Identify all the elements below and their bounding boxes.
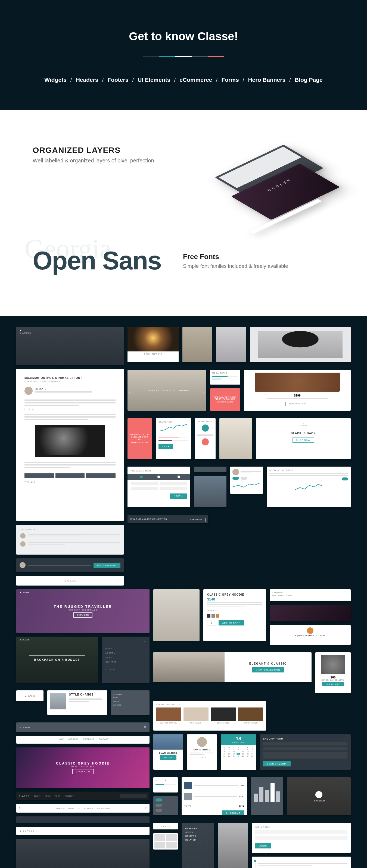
organized-heading: ORGANIZED LAYERS <box>33 146 154 155</box>
hero-section: Get to know Classe! Widgets/ Headers/ Fo… <box>0 0 367 110</box>
brand-label: ▲CLASSE <box>20 329 31 334</box>
timeline-card <box>252 857 351 868</box>
free-fonts-heading: Free Fonts <box>183 253 288 261</box>
city-photo <box>218 823 248 868</box>
bag-image <box>255 373 340 392</box>
shop-now-button[interactable]: SHOP NOW <box>292 437 314 443</box>
wide-photo-tile <box>16 839 149 868</box>
nav-forms[interactable]: Forms <box>221 76 239 83</box>
category-nav: Widgets/ Headers/ Footers/ UI Elements/ … <box>0 76 367 83</box>
join-bar: JOIN OUR MAILING COLLECTION SUBSCRIBE <box>128 515 208 523</box>
footer-bar-1: CLASSE ABOUT NEWS SHOP CONTACT <box>16 792 149 800</box>
gallery-section: ▲CLASSE MAXIMUM OUTPUT, MINIMAL EFFORT L… <box>0 316 367 868</box>
add-cart-button[interactable]: ADD TO CART <box>219 620 244 625</box>
profile-chart-card <box>230 467 263 494</box>
nav-ecommerce[interactable]: eCommerce <box>179 76 212 83</box>
author-name: AL DENTE <box>35 388 116 390</box>
account-settings-card: ACCOUNT SETTINGS <box>267 467 351 507</box>
photo-thumb <box>194 476 226 507</box>
hero-title: Get to know Classe! <box>0 30 367 43</box>
nav-headers[interactable]: Headers <box>76 76 98 83</box>
login-form: LOGIN FORM LOGIN <box>252 823 351 853</box>
free-fonts-sub: Simple font familes included & freely av… <box>183 263 288 269</box>
author-avatar <box>25 387 33 395</box>
sparkler-card: ORION NEW FIX <box>128 327 178 362</box>
side-nav-panel: ✕ HOMEABOUT ▸NEWSCONTACT f t ⊕ in <box>102 637 149 683</box>
toggle-stack <box>153 796 178 815</box>
hoodie-hero: CLASSIC GREY HOODIE RETAIL PRICE $80 SHO… <box>16 747 149 788</box>
nav-hero-banners[interactable]: Hero Banners <box>248 76 285 83</box>
cart-summary: $89 $140 TOTAL$229 CHECKOUT <box>181 777 247 815</box>
article-title: MAXIMUM OUTPUT, MINIMAL EFFORT <box>25 376 116 379</box>
nav-ui-elements[interactable]: UI Elements <box>138 76 170 83</box>
promo-card: GET 10% OFF YOUR FIRST PURCHASE USE CODE… <box>210 389 240 411</box>
portrait-card-1 <box>182 327 212 362</box>
dropdown-menu: OVERVIEWTEAMHISTORYCAREERS <box>111 690 149 715</box>
nav-blog-page[interactable]: Blog Page <box>295 76 323 83</box>
elegant-hero: ELEGANT & CLASSIC VIEW COLLECTION <box>153 652 312 682</box>
portrait-card-2 <box>216 327 246 362</box>
hedley-thumb <box>270 605 351 621</box>
add-comment-button[interactable]: ADD COMMENT <box>93 563 120 568</box>
comment-box-tile: ADD COMMENT <box>16 558 124 572</box>
opensans-word: Open Sans <box>33 246 161 275</box>
stats-card: STATISTICS VIEW ▸ <box>156 418 191 459</box>
stepper-card: −3+ <box>153 777 178 793</box>
header-bar-2: HOME ABOUT US PORTFOLIO CONTACT <box>16 736 149 744</box>
bag-product-card: $199 PURCHASE NOW <box>244 370 351 411</box>
bar-chart-card <box>251 777 283 815</box>
footer-bar-2 <box>16 816 149 823</box>
brand-bar-2: ▲ CLASSE <box>16 827 149 835</box>
enquiry-form: ENQUIRY FORM SEND ENQUIRY <box>260 734 351 770</box>
model-card <box>219 418 252 459</box>
fave-card: FAVOURITES <box>195 418 216 459</box>
accent-divider <box>143 56 224 57</box>
brand-bar-1: ▲ CLASSE <box>16 690 44 701</box>
progress-card: MEGA DEALS <box>210 370 240 384</box>
blog-footer-tile: ▲ CLASSE <box>16 576 124 586</box>
nav-widgets[interactable]: Widgets <box>44 76 66 83</box>
organized-sub: Well labelled & organized layers of pixe… <box>33 157 154 164</box>
city-overlay: OVERVIEWSPECSREVIEWSRELATED <box>181 823 214 868</box>
blog-hero-tile: ▲CLASSE <box>16 327 124 365</box>
cursor-card <box>194 467 226 472</box>
nav-footers[interactable]: Footers <box>107 76 128 83</box>
pumpkin-card: A QUESTION MARK IS A HOOK <box>270 625 351 645</box>
pagination: ‹123› <box>153 823 178 830</box>
hoodie-model <box>153 589 200 641</box>
product-detail: CLASSIC GREY HOODIE $140 ★★★★☆ 1 ADD TO … <box>203 589 266 641</box>
features-section: ORGANIZED LAYERS Well labelled & organiz… <box>0 110 367 316</box>
blog-article-tile: MAXIMUM OUTPUT, MINIMAL EFFORT LIFESTYLE… <box>16 369 124 521</box>
umbrella-hero: DISTRESS LETS HOLD HANDS ‹ › <box>128 370 206 411</box>
comments-tile: 2 COMMENTS <box>16 525 124 555</box>
article-image <box>35 425 105 457</box>
related-products: RELATED PRODUCTS LEATHER SATCHEL FUR COL… <box>153 701 266 731</box>
calendar-card: 18 AUGUST 2016 SMTWTFS 1234567 891011121… <box>221 734 256 770</box>
send-enquiry-button[interactable]: SEND ENQUIRY <box>263 761 291 767</box>
profile-card-2: EVA MENDES f t ⊕ in <box>187 734 217 770</box>
black-back-card: ▲CLASSE BLACK IS BACK SHOP NOW <box>256 418 351 459</box>
process-order-card: PROCESS ORDER NEXT ▸ <box>128 467 190 507</box>
profile-card-1: EVAN WATERS FOLLOW <box>153 734 183 770</box>
nav-small: ← All Products AboutPortfolioContact <box>270 589 351 601</box>
thumb-grid <box>153 833 178 849</box>
font-sample: Georgia Open Sans <box>33 246 161 275</box>
header-bar-3: ☰ CHISHOLM MEN'S ▲ WOMEN'S ACCESSORIES 🛒 <box>16 804 149 813</box>
header-bar-1: ▲ CLASSE 🔍 <box>16 722 149 732</box>
isometric-mockup: HEDLEY <box>209 146 334 216</box>
backpack-hero: ▲ CLASSE BACKPACK ON A BUDGET <box>16 637 98 683</box>
portrait-card-3 <box>250 327 351 362</box>
quote-card: SIMPLICITY IS THE ULTIMATE FORM OF SOPHI… <box>128 418 152 459</box>
purchase-button[interactable]: PURCHASE NOW <box>285 402 309 406</box>
style-change-card: STYLE CHANGE <box>47 690 107 715</box>
headphone-card: $85 NOISE CANCELLING ADD TO CART <box>315 652 351 693</box>
overlay-card: FEATURED <box>287 777 351 815</box>
rugged-hero: ▲ CLASSE THE RUGGED TRAVELLER OUTDOOR ES… <box>16 589 149 633</box>
